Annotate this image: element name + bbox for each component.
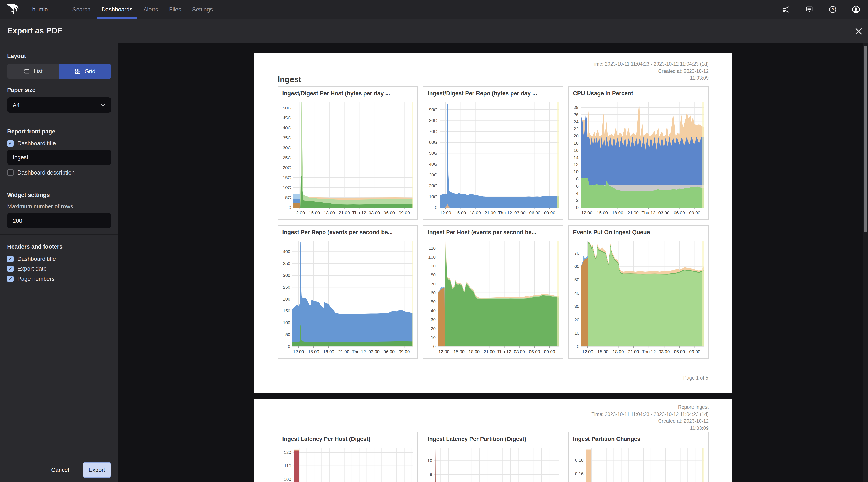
layout-option-list[interactable]: List — [7, 64, 59, 79]
svg-text:21:00: 21:00 — [627, 210, 639, 215]
svg-text:250: 250 — [283, 285, 290, 289]
svg-text:06:00: 06:00 — [383, 349, 395, 354]
svg-text:50: 50 — [285, 332, 290, 337]
chart-grid: Ingest/Digest Per Host (bytes per day ..… — [278, 87, 709, 359]
scrollbar-track[interactable] — [863, 43, 868, 482]
svg-text:2: 2 — [576, 198, 579, 203]
svg-text:12:00: 12:00 — [582, 349, 593, 354]
chart-card: Ingest Partition Changes 0.140.160.18 — [568, 432, 709, 482]
export-button[interactable]: Export — [83, 462, 111, 478]
svg-text:24: 24 — [574, 119, 579, 124]
feedback-icon[interactable] — [805, 5, 814, 14]
svg-text:15:00: 15:00 — [453, 349, 465, 354]
crowdstrike-falcon-logo — [5, 3, 20, 16]
checkbox-icon[interactable] — [7, 169, 13, 175]
max-rows-input[interactable] — [7, 213, 111, 228]
svg-text:20: 20 — [431, 326, 436, 331]
svg-text:Thu 12: Thu 12 — [352, 349, 366, 354]
nav-item-files[interactable]: Files — [164, 0, 187, 19]
help-icon[interactable]: ? — [828, 5, 837, 14]
svg-text:40G: 40G — [283, 125, 291, 130]
svg-text:06:00: 06:00 — [529, 210, 540, 215]
svg-text:20G: 20G — [429, 183, 437, 188]
export-dialog-header: Export as PDF — [0, 19, 868, 43]
checkbox-label: Dashboard title — [18, 140, 56, 146]
svg-text:60G: 60G — [429, 140, 437, 144]
checkbox-icon[interactable]: ✓ — [7, 265, 13, 272]
chart-title: CPU Usage In Percent — [569, 87, 708, 100]
svg-text:Thu 12: Thu 12 — [497, 349, 511, 354]
nav-item-search[interactable]: Search — [67, 0, 96, 19]
dashboard-title-input[interactable] — [7, 150, 111, 165]
svg-text:5G: 5G — [285, 195, 291, 200]
checkbox-label: Page numbers — [18, 276, 55, 282]
page-meta: Report: IngestTime: 2023-10-11 11:04:23 … — [591, 404, 709, 431]
chart-plot: 12:0015:0018:0021:00Thu 1203:0006:0009:0… — [278, 238, 417, 358]
svg-text:40G: 40G — [429, 162, 437, 166]
svg-text:60: 60 — [575, 264, 579, 269]
chart-grid: Ingest Latency Per Host (Digest) 9010011… — [278, 432, 709, 482]
chart-card: Events Put On Ingest Queue 12:0015:0018:… — [568, 225, 709, 359]
checkbox-icon[interactable]: ✓ — [7, 276, 13, 282]
svg-text:0: 0 — [577, 344, 579, 349]
svg-text:60: 60 — [431, 290, 436, 295]
checkbox-label: Dashboard title — [18, 256, 56, 262]
top-nav: humio Search Dashboards Alerts Files Set… — [0, 0, 868, 19]
svg-text:Thu 12: Thu 12 — [642, 210, 655, 215]
svg-text:90G: 90G — [429, 107, 437, 112]
hf-page-numbers-row[interactable]: ✓ Page numbers — [7, 275, 55, 282]
svg-text:0.16: 0.16 — [575, 471, 584, 476]
close-icon[interactable] — [855, 27, 863, 36]
svg-text:110: 110 — [284, 463, 291, 468]
svg-text:09:00: 09:00 — [544, 210, 555, 215]
account-icon[interactable] — [851, 5, 860, 14]
svg-text:06:00: 06:00 — [384, 210, 395, 215]
nav-item-settings[interactable]: Settings — [187, 0, 218, 19]
svg-text:26: 26 — [574, 112, 579, 117]
svg-text:35G: 35G — [283, 135, 291, 140]
checkbox-icon[interactable]: ✓ — [7, 256, 13, 262]
svg-text:16: 16 — [574, 148, 579, 153]
svg-text:21:00: 21:00 — [338, 349, 349, 354]
meta-line: 11:03:09 — [591, 425, 709, 431]
page-meta: Time: 2023-10-11 11:04:23 - 2023-10-12 1… — [591, 61, 709, 82]
svg-text:18:00: 18:00 — [323, 349, 334, 354]
nav-item-alerts[interactable]: Alerts — [138, 0, 164, 19]
svg-text:25G: 25G — [283, 155, 291, 160]
layout-section-label: Layout — [7, 53, 26, 59]
svg-text:Thu 12: Thu 12 — [498, 210, 512, 215]
report-front-page-label: Report front page — [7, 128, 55, 135]
hf-export-date-row[interactable]: ✓ Export date — [7, 265, 46, 272]
hf-dashboard-title-row[interactable]: ✓ Dashboard title — [7, 255, 56, 262]
svg-text:06:00: 06:00 — [674, 210, 685, 215]
checkbox-icon[interactable]: ✓ — [7, 140, 13, 146]
chart-card: Ingest Per Repo (events per second be...… — [278, 225, 418, 359]
svg-text:4: 4 — [576, 191, 579, 195]
meta-line: Time: 2023-10-11 11:04:23 - 2023-10-12 1… — [591, 411, 709, 418]
dashboard-title-checkbox-row[interactable]: ✓ Dashboard title — [7, 140, 56, 147]
svg-text:15:00: 15:00 — [597, 349, 609, 354]
chart-title: Ingest Per Host (events per second be... — [424, 226, 563, 238]
svg-text:03:00: 03:00 — [514, 349, 525, 354]
scrollbar-thumb[interactable] — [864, 46, 867, 232]
svg-text:Thu 12: Thu 12 — [352, 210, 366, 215]
svg-text:400: 400 — [283, 249, 290, 254]
svg-text:80: 80 — [431, 272, 436, 277]
chart-plot: 12:0015:0018:0021:00Thu 1203:0006:0009:0… — [424, 238, 563, 358]
paper-size-select[interactable]: A4 — [7, 97, 111, 113]
svg-text:0: 0 — [288, 344, 290, 349]
svg-text:350: 350 — [283, 261, 290, 266]
headers-footers-label: Headers and footers — [7, 244, 63, 250]
megaphone-icon[interactable] — [781, 5, 790, 14]
checkbox-label: Export date — [18, 265, 46, 272]
svg-text:30: 30 — [575, 304, 579, 309]
nav-divider — [54, 5, 54, 14]
cancel-button[interactable]: Cancel — [49, 466, 72, 473]
layout-option-grid[interactable]: Grid — [59, 64, 111, 79]
svg-text:09:00: 09:00 — [544, 349, 555, 354]
svg-text:30G: 30G — [429, 172, 437, 177]
dashboard-description-checkbox-row[interactable]: Dashboard description — [7, 169, 74, 176]
nav-item-dashboards[interactable]: Dashboards — [96, 0, 138, 19]
svg-text:15:00: 15:00 — [309, 210, 320, 215]
svg-text:12:00: 12:00 — [581, 210, 592, 215]
